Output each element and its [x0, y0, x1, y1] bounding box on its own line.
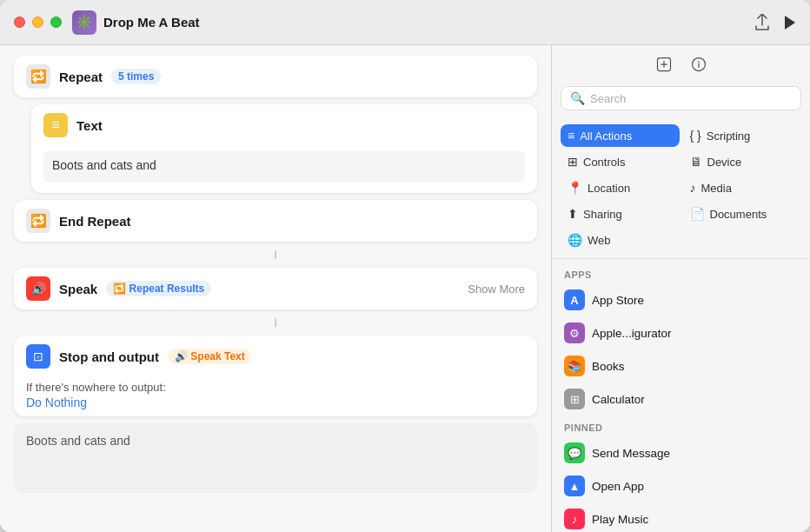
window-title: Drop Me A Beat: [103, 15, 754, 30]
repeat-icon: 🔁: [26, 64, 50, 89]
text-header: ≡ Text: [31, 104, 537, 146]
main-window: ✳️ Drop Me A Beat 🔁 Repeat: [0, 0, 810, 532]
play-music-item[interactable]: ♪ Play Music: [552, 502, 810, 532]
app-store-item[interactable]: A App Store: [552, 283, 810, 316]
end-repeat-action: 🔁 End Repeat: [14, 200, 537, 242]
close-button[interactable]: [14, 17, 25, 28]
send-message-label: Send Message: [592, 447, 670, 460]
app-store-label: App Store: [592, 294, 644, 307]
category-sharing-label: Sharing: [583, 208, 622, 221]
apps-section-label: Apps: [552, 263, 810, 283]
divider-1: [14, 249, 537, 261]
category-media-label: Media: [701, 182, 732, 195]
stop-output-badge[interactable]: 🔊 Speak Text: [168, 349, 252, 364]
category-controls[interactable]: ⊞ Controls: [561, 150, 680, 173]
output-text: Boots and cats and: [26, 434, 130, 448]
books-icon: 📚: [564, 356, 585, 376]
do-nothing-link[interactable]: Do Nothing: [14, 394, 537, 416]
app-store-icon: A: [564, 289, 585, 310]
titlebar-actions: [754, 14, 796, 31]
traffic-lights: [14, 17, 62, 28]
text-value[interactable]: Boots and cats and: [43, 151, 525, 183]
maximize-button[interactable]: [50, 17, 62, 28]
category-web[interactable]: 🌐 Web: [561, 229, 680, 251]
category-documents-label: Documents: [710, 208, 767, 221]
books-item[interactable]: 📚 Books: [552, 349, 810, 382]
repeat-header: 🔁 Repeat 5 times: [14, 56, 537, 97]
panel-add-button[interactable]: [655, 56, 673, 77]
speak-badge[interactable]: 🔁 Repeat Results: [106, 281, 211, 296]
divider-2: [14, 316, 537, 329]
search-container: 🔍: [552, 86, 810, 117]
send-message-item[interactable]: 💬 Send Message: [552, 436, 810, 469]
stop-output-header: ⊡ Stop and output 🔊 Speak Text: [14, 336, 537, 377]
output-area: Boots and cats and: [14, 423, 537, 493]
speak-title: Speak: [59, 282, 97, 296]
speak-action: 🔊 Speak 🔁 Repeat Results Show More: [14, 268, 537, 309]
repeat-action: 🔁 Repeat 5 times: [14, 56, 537, 97]
panel-top-icons: [552, 45, 810, 77]
pinned-section-label: Pinned: [552, 416, 810, 436]
open-app-icon: ▲: [564, 475, 585, 496]
play-music-icon: ♪: [564, 509, 585, 529]
apple-igurator-label: Apple...igurator: [592, 327, 672, 340]
end-repeat-header: 🔁 End Repeat: [14, 200, 537, 242]
category-all-actions[interactable]: ≡ All Actions: [561, 124, 680, 147]
category-grid: ≡ All Actions { } Scripting ⊞ Controls 🖥…: [552, 117, 810, 259]
category-documents[interactable]: 📄 Documents: [683, 203, 802, 225]
titlebar: ✳️ Drop Me A Beat: [0, 0, 810, 45]
apple-igurator-item[interactable]: ⚙ Apple...igurator: [552, 316, 810, 349]
category-all-actions-label: All Actions: [580, 130, 632, 143]
category-sharing[interactable]: ⬆ Sharing: [561, 203, 680, 225]
documents-icon: 📄: [690, 207, 705, 221]
show-more-button[interactable]: Show More: [468, 283, 525, 296]
minimize-button[interactable]: [32, 17, 43, 28]
actions-list: Apps A App Store ⚙ Apple...igurator 📚 Bo…: [552, 259, 810, 532]
stop-output-title: Stop and output: [59, 349, 159, 364]
text-content[interactable]: Boots and cats and: [31, 146, 537, 193]
calculator-item[interactable]: ⊞ Calculator: [552, 382, 810, 416]
apple-igurator-icon: ⚙: [564, 323, 585, 343]
controls-icon: ⊞: [568, 155, 578, 169]
category-controls-label: Controls: [583, 156, 625, 169]
actions-panel: 🔍 ≡ All Actions { } Scripting ⊞ Controls: [552, 45, 810, 532]
send-message-icon: 💬: [564, 442, 585, 463]
category-media[interactable]: ♪ Media: [683, 176, 802, 199]
app-icon: ✳️: [72, 10, 96, 35]
all-actions-icon: ≡: [568, 129, 574, 143]
category-scripting-label: Scripting: [707, 130, 751, 143]
category-web-label: Web: [588, 234, 611, 247]
repeat-badge[interactable]: 5 times: [111, 69, 161, 84]
workflow-panel: 🔁 Repeat 5 times ≡ Text Boots and cats a…: [0, 45, 552, 532]
text-icon: ≡: [43, 113, 68, 137]
sharing-icon: ⬆: [568, 207, 578, 221]
search-icon: 🔍: [570, 91, 585, 105]
category-location-label: Location: [588, 182, 630, 195]
repeat-title: Repeat: [59, 70, 103, 84]
share-button[interactable]: [754, 14, 770, 31]
end-repeat-icon: 🔁: [26, 209, 50, 233]
play-button[interactable]: [784, 15, 796, 30]
device-icon: 🖥: [690, 155, 702, 169]
scripting-icon: { }: [690, 129, 701, 143]
search-box[interactable]: 🔍: [561, 86, 801, 110]
search-input[interactable]: [590, 92, 792, 105]
books-label: Books: [592, 360, 625, 373]
main-content: 🔁 Repeat 5 times ≡ Text Boots and cats a…: [0, 45, 810, 532]
calculator-icon: ⊞: [564, 389, 585, 409]
play-music-label: Play Music: [592, 513, 648, 526]
category-device[interactable]: 🖥 Device: [683, 150, 802, 173]
calculator-label: Calculator: [592, 393, 645, 406]
text-action: ≡ Text Boots and cats and: [31, 104, 537, 193]
category-scripting[interactable]: { } Scripting: [683, 124, 802, 147]
output-label: If there's nowhere to output:: [14, 377, 537, 394]
web-icon: 🌐: [568, 233, 582, 247]
panel-info-button[interactable]: [690, 56, 707, 77]
media-icon: ♪: [690, 181, 696, 195]
open-app-label: Open App: [592, 480, 644, 493]
end-repeat-title: End Repeat: [59, 214, 131, 229]
category-location[interactable]: 📍 Location: [561, 176, 680, 199]
speak-header: 🔊 Speak 🔁 Repeat Results Show More: [14, 268, 537, 309]
open-app-item[interactable]: ▲ Open App: [552, 469, 810, 502]
repeat-group: ≡ Text Boots and cats and: [31, 104, 537, 193]
